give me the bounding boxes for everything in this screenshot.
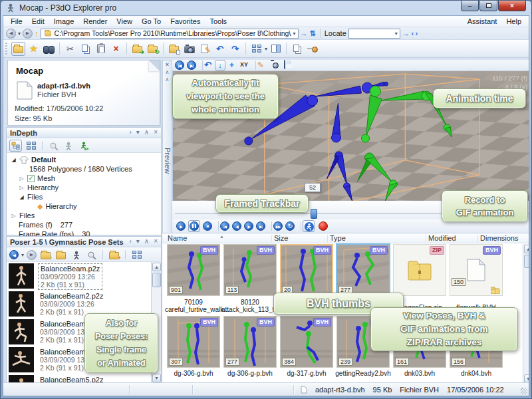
menu-render[interactable]: Render: [78, 17, 112, 25]
snapshot-camera-button[interactable]: [182, 42, 196, 56]
preview-tab-label[interactable]: Preview: [164, 148, 172, 174]
expander-open-icon[interactable]: ◢: [19, 194, 25, 200]
poser-item[interactable]: BalanceBeam5.p2z: [7, 374, 151, 383]
refresh-button[interactable]: ⇅: [310, 29, 316, 38]
scroll-up-icon[interactable]: ▲: [152, 263, 161, 271]
poser-new-folder-button[interactable]: +: [108, 249, 120, 261]
title-bar[interactable]: Mocap - P3dO Explorer pro – ×: [1, 1, 531, 15]
poser-back-button[interactable]: ◀: [9, 250, 19, 259]
paste-button[interactable]: [94, 42, 108, 56]
grid-view-button[interactable]: [25, 140, 37, 152]
fast-forward-button[interactable]: ▶▶: [273, 221, 283, 231]
stop-button[interactable]: ■: [203, 221, 212, 231]
poser-search-button[interactable]: [85, 249, 98, 261]
last-frame-button[interactable]: ▶|: [256, 221, 265, 231]
strip-close-icon[interactable]: ×: [166, 61, 169, 68]
maximize-button[interactable]: [479, 1, 497, 11]
go-button[interactable]: →: [301, 29, 308, 37]
rotate-view-button[interactable]: ↶: [204, 60, 211, 70]
save-button[interactable]: [284, 61, 285, 68]
panel-dropdown-icon[interactable]: ▾: [136, 128, 140, 136]
menu-tools[interactable]: Tools: [205, 17, 231, 25]
fit-viewport-button[interactable]: ↓: [215, 60, 225, 70]
panel-collapse-icon[interactable]: ∧: [144, 237, 149, 245]
trackbar-thumb[interactable]: [311, 209, 317, 219]
expander-closed-icon[interactable]: ▷: [19, 176, 25, 182]
menu-help[interactable]: Help: [501, 17, 526, 25]
folder-options-button[interactable]: [11, 42, 25, 56]
column-dimensions[interactable]: Dimensions: [480, 234, 518, 242]
expander-closed-icon[interactable]: ▷: [11, 213, 17, 219]
strip-collapse-icon[interactable]: ∧: [166, 76, 170, 82]
poser-figure-button[interactable]: [70, 249, 82, 261]
record-gif-button[interactable]: [319, 221, 328, 231]
tree-item-hierarchy[interactable]: ▷ Hierarchy: [7, 183, 161, 192]
column-modified[interactable]: Modified: [428, 234, 456, 242]
up-folder-button[interactable]: ↑: [35, 29, 39, 37]
tree-item-files-root[interactable]: ▷ Files: [7, 211, 161, 220]
expander-open-icon[interactable]: ◢: [11, 157, 17, 163]
scroll-thumb[interactable]: [152, 273, 161, 287]
scroll-up-icon[interactable]: ▲: [524, 245, 529, 253]
prev-keyframe-button[interactable]: |◀: [175, 61, 184, 70]
play-button[interactable]: ▶: [176, 221, 186, 231]
panel-close-icon[interactable]: ×: [154, 128, 158, 136]
pan-view-button[interactable]: +: [229, 61, 234, 70]
address-input[interactable]: C:\Program Tools\Poser Pro 2010\Runtime\…: [41, 29, 299, 39]
favorites-star-button[interactable]: ★: [27, 42, 41, 56]
layout-panel-button[interactable]: [269, 42, 283, 56]
edit-page-button[interactable]: ✎: [198, 42, 211, 56]
menu-favorites[interactable]: Favorites: [166, 17, 205, 25]
locate-dropdown[interactable]: ▾: [395, 31, 398, 37]
xy-rotate-button[interactable]: XY: [240, 61, 248, 68]
poser-up-folder-button[interactable]: ↑: [39, 249, 52, 261]
copy-button[interactable]: [78, 42, 92, 56]
animate-figure-button[interactable]: [303, 220, 315, 232]
view-mode-grid-button[interactable]: [249, 42, 263, 56]
menu-edit[interactable]: Edit: [27, 17, 49, 25]
tree-item-polygones[interactable]: 1568 Polygones / 1680 Vertices: [7, 164, 161, 174]
menu-file[interactable]: File: [6, 17, 27, 25]
poser-thumb-view-button[interactable]: [130, 249, 143, 261]
edit-pencil-button[interactable]: ✎: [257, 61, 264, 70]
poser-forward-button[interactable]: ▶: [27, 250, 37, 260]
poser-folders-button[interactable]: [55, 249, 67, 261]
poser-back-dropdown[interactable]: ▾: [21, 252, 24, 258]
tree-item-files[interactable]: ◢ Files: [7, 192, 161, 201]
forward-button[interactable]: ▶: [23, 29, 33, 39]
panel-chevron-icon[interactable]: ›: [129, 128, 131, 136]
delete-button[interactable]: ×: [109, 42, 123, 56]
scroll-down-icon[interactable]: ▼: [152, 374, 161, 382]
tree-item-mesh[interactable]: ▷ ✓ Mesh: [7, 174, 161, 183]
column-name[interactable]: Name: [168, 234, 187, 242]
folder-view-button[interactable]: [167, 42, 181, 56]
refresh-folder-button[interactable]: ↻: [146, 42, 160, 56]
back-history-dropdown[interactable]: ▾: [18, 31, 21, 37]
column-size[interactable]: Size: [274, 234, 288, 242]
column-type[interactable]: Type: [330, 234, 346, 242]
tree-item-default[interactable]: ◢ Default: [7, 155, 161, 164]
address-dropdown[interactable]: ▾: [293, 31, 296, 37]
close-button[interactable]: ×: [498, 1, 526, 11]
undo-button[interactable]: ↶: [213, 42, 227, 56]
poser-item[interactable]: BalanceBeam.p2z03/09/2009 13:262 Kb (91 …: [7, 262, 151, 290]
strip-collapse-icon[interactable]: ∧: [166, 69, 170, 75]
back-button[interactable]: ◀: [6, 29, 16, 39]
file-list-scrollbar[interactable]: ▲ ▼: [523, 244, 529, 384]
panel-collapse-icon[interactable]: ∧: [144, 128, 149, 136]
cut-button[interactable]: ✂: [63, 42, 77, 56]
resize-grip[interactable]: [521, 388, 527, 394]
checkbox-checked[interactable]: ✓: [27, 175, 35, 182]
inspect-button[interactable]: [47, 140, 60, 152]
expander-closed-icon[interactable]: ▷: [19, 185, 25, 191]
menu-assistant[interactable]: Assistant: [463, 17, 502, 25]
figure-remove-button[interactable]: [63, 140, 75, 152]
scroll-thumb[interactable]: [524, 255, 529, 268]
step-back-button[interactable]: ◀|: [232, 221, 241, 231]
preview-strip[interactable]: × ∧ ∧ Preview: [162, 60, 172, 233]
menu-goto[interactable]: Go To: [137, 17, 166, 25]
code-button[interactable]: ‹ ›: [412, 30, 418, 37]
panel-chevron-icon[interactable]: ›: [129, 237, 131, 245]
step-forward-button[interactable]: |▶: [244, 221, 253, 231]
redo-button[interactable]: ↷: [228, 42, 242, 56]
